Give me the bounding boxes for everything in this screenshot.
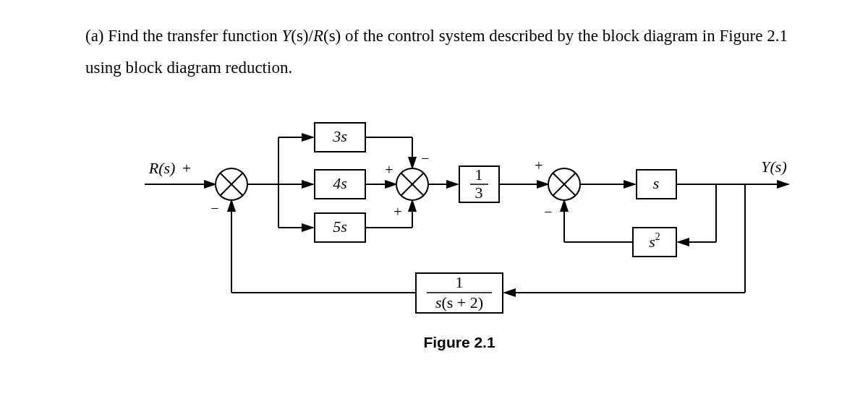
ratio-Y: Y bbox=[281, 27, 291, 45]
block-s-label: s bbox=[653, 174, 660, 192]
sum2-sign-bottom: + bbox=[393, 204, 401, 220]
block-diagram: R(s) + − 3s 4s 5s bbox=[87, 112, 810, 387]
block-fb-den: s(s + 2) bbox=[435, 293, 483, 311]
sum3-sign-bottom: − bbox=[544, 204, 552, 220]
question-text: (a) Find the transfer function Y(s)/R(s)… bbox=[85, 20, 794, 83]
sum3-sign-top: + bbox=[535, 158, 542, 173]
input-label: R(s) + bbox=[148, 159, 192, 177]
sum2-sign-top: − bbox=[421, 150, 429, 166]
ratio-s1: (s) bbox=[291, 27, 308, 45]
block-one-third-den: 3 bbox=[475, 184, 483, 202]
block-one-third-num: 1 bbox=[475, 165, 483, 184]
figure-caption: Figure 2.1 bbox=[423, 334, 495, 350]
summing-junction-3 bbox=[548, 168, 580, 200]
sum1-sign-bottom: − bbox=[210, 200, 218, 216]
q-text-1: Find the transfer function bbox=[108, 27, 281, 45]
ratio-R: R bbox=[313, 27, 323, 45]
block-fb-num: 1 bbox=[456, 273, 464, 291]
summing-junction-1 bbox=[216, 168, 247, 200]
block-3s-label: 3s bbox=[332, 127, 347, 145]
block-5s-label: 5s bbox=[333, 218, 347, 236]
sum2-sign-left: + bbox=[385, 162, 393, 178]
summing-junction-2 bbox=[396, 168, 428, 200]
part-label: (a) bbox=[85, 27, 104, 45]
output-label: Y(s) bbox=[761, 158, 786, 176]
block-4s-label: 4s bbox=[333, 174, 347, 192]
ratio-s2: (s) bbox=[323, 27, 341, 45]
page: (a) Find the transfer function Y(s)/R(s)… bbox=[0, 0, 868, 396]
